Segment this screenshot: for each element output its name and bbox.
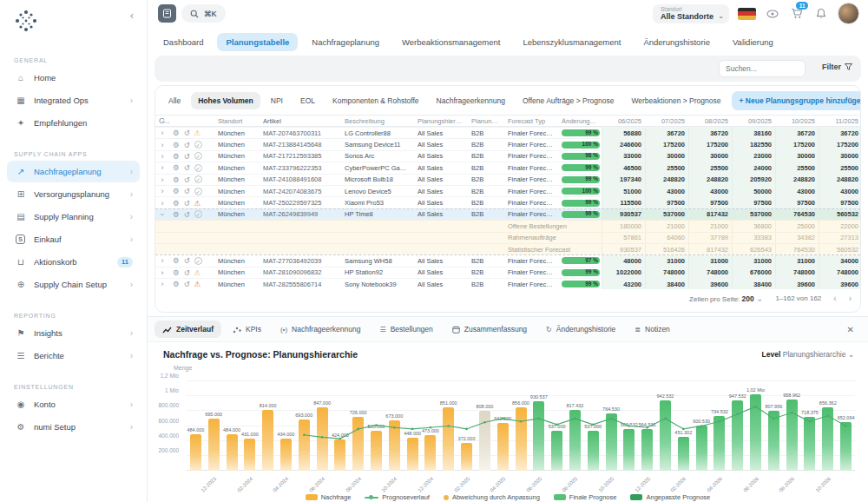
- gear-icon[interactable]: ⚙: [173, 187, 180, 195]
- chart-bar-08-2024[interactable]: [352, 417, 364, 471]
- sidebar-item-integrated-ops[interactable]: ▦Integrated Ops›: [7, 89, 140, 111]
- panel-close-button[interactable]: ✕: [840, 321, 861, 338]
- sidebar-item-einkauf[interactable]: SEinkauf›: [7, 228, 140, 250]
- tab--nderungshistorie[interactable]: Änderungshistorie: [635, 33, 719, 51]
- chip-eol[interactable]: EOL: [293, 92, 322, 109]
- sidebar-item-empfehlungen[interactable]: ✦Empfehlungen: [7, 112, 140, 134]
- chart-bar-03-2024[interactable]: [262, 410, 273, 471]
- chart-bar-05-2025[interactable]: [516, 407, 527, 471]
- table-row[interactable]: ›⚙↺⚠MünchenMAT-250229597325Xiaomi Pro53A…: [155, 196, 860, 208]
- level-dropdown[interactable]: Level Planungshierarchie ⌄: [762, 350, 854, 359]
- chart-bar-01-2026[interactable]: [660, 400, 671, 471]
- row-expand-toggle[interactable]: ›: [155, 268, 169, 277]
- add-planning-group-button[interactable]: + Neue Planungsgruppe hinzufügen: [732, 91, 862, 110]
- panel-tab-kpis[interactable]: KPIs: [225, 320, 269, 338]
- table-row[interactable]: ›⚙↺✓MünchenMAT-242074083675Lenovo Device…: [155, 185, 860, 196]
- chart-bar-09-2026[interactable]: [804, 417, 815, 471]
- column-header-month[interactable]: 11/2025: [819, 116, 861, 126]
- history-icon[interactable]: ↺: [184, 280, 190, 288]
- chart-bar-10-2025[interactable]: [606, 413, 617, 471]
- tab-planungstabelle[interactable]: Planungstabelle: [217, 33, 298, 51]
- table-row[interactable]: ›⚙↺⚠MünchenMAT-207463700311LG Controller…: [155, 127, 860, 138]
- chart-bar-07-2025[interactable]: [551, 431, 562, 471]
- chart-bar-08-2025[interactable]: [569, 410, 581, 471]
- history-icon[interactable]: ↺: [184, 268, 190, 277]
- page-next-button[interactable]: ›: [849, 294, 852, 303]
- column-header[interactable]: Planungshierarc...: [414, 117, 468, 125]
- table-row[interactable]: ›⚙↺✓MünchenMAT-217212593385Sonos ArcAll …: [155, 150, 860, 162]
- gear-icon[interactable]: ⚙: [173, 199, 180, 208]
- standort-dropdown[interactable]: Standort Alle Standorte ⌄: [653, 4, 729, 23]
- gear-icon[interactable]: ⚙: [173, 256, 180, 265]
- tab-lebenszyklusmanagement[interactable]: Lebenszyklusmanagement: [514, 33, 629, 51]
- row-expand-toggle[interactable]: ›: [155, 163, 169, 172]
- sidebar-item-supply-planning[interactable]: ▤Supply Planning›: [7, 206, 140, 228]
- table-row[interactable]: ›⚙↺✓MünchenMAT-241088491608Microsoft Bul…: [155, 174, 860, 185]
- tab-nachfrageplanung[interactable]: Nachfrageplanung: [303, 33, 388, 51]
- history-icon[interactable]: ↺: [184, 210, 190, 219]
- search-input[interactable]: [719, 60, 806, 77]
- panel-tab-zeitverlauf[interactable]: Zeitverlauf: [155, 320, 221, 338]
- chart-bar-02-2026[interactable]: [678, 437, 689, 471]
- column-header[interactable]: Änderung [...: [558, 117, 602, 125]
- history-icon[interactable]: ↺: [184, 256, 190, 265]
- sidebar-item-konto[interactable]: ◉Konto›: [7, 393, 140, 415]
- table-row[interactable]: ›⚙↺⚠MünchenMAT-282555806714Sony Notebook…: [155, 278, 860, 289]
- row-expand-toggle[interactable]: ›: [155, 256, 169, 265]
- column-header[interactable]: Standort: [214, 117, 260, 125]
- chart-bar-06-2025[interactable]: [533, 401, 544, 471]
- language-flag-german[interactable]: [738, 8, 756, 20]
- chart-bar-07-2024[interactable]: [334, 439, 345, 471]
- history-icon[interactable]: ↺: [184, 199, 190, 208]
- sidebar-item-numi-setup[interactable]: ⚙numi Setup›: [7, 416, 140, 438]
- chip-nachfrageerkennung[interactable]: Nachfrageerkennung: [430, 92, 512, 109]
- column-header[interactable]: Gr...: [155, 116, 169, 125]
- cart-button[interactable]: 11: [789, 6, 805, 22]
- table-row[interactable]: ›⚙↺✓MünchenMAT-213884145648Samsung Devic…: [155, 138, 860, 149]
- row-expand-toggle[interactable]: ›: [155, 187, 169, 195]
- column-header-month[interactable]: 06/2025: [602, 116, 645, 126]
- chart-bar-05-2026[interactable]: [732, 400, 743, 471]
- gear-icon[interactable]: ⚙: [173, 210, 180, 219]
- chip-alle[interactable]: Alle: [161, 92, 187, 109]
- watch-button[interactable]: [765, 6, 780, 22]
- row-expand-toggle[interactable]: ›: [155, 129, 169, 137]
- row-expand-toggle[interactable]: ›: [155, 280, 169, 288]
- gear-icon[interactable]: ⚙: [173, 129, 180, 137]
- row-expand-toggle[interactable]: ›: [155, 152, 169, 161]
- chart-bar-11-2024[interactable]: [407, 438, 418, 471]
- table-row[interactable]: ›⚙↺✓MünchenMAT-277036492039Samsung WH58A…: [155, 254, 860, 266]
- chart-bar-06-2026[interactable]: [750, 394, 761, 471]
- history-icon[interactable]: ↺: [184, 175, 190, 184]
- chart-bar-12-2023[interactable]: [208, 419, 220, 471]
- sidebar-collapse-button[interactable]: ‹: [124, 9, 140, 24]
- history-icon[interactable]: ↺: [184, 129, 190, 137]
- chart-bar-03-2026[interactable]: [696, 426, 707, 471]
- chart-bar-11-2025[interactable]: [623, 429, 635, 471]
- chart-bar-10-2024[interactable]: [389, 420, 400, 471]
- chart-bar-03-2025[interactable]: [479, 411, 490, 471]
- sidebar-item-nachfrageplanung[interactable]: ↗Nachfrageplanung›: [7, 161, 140, 182]
- gear-icon[interactable]: ⚙: [173, 280, 180, 288]
- sidebar-item-versorgungsplanung[interactable]: ⊞Versorgungsplanung›: [7, 183, 140, 205]
- chart-bar-09-2025[interactable]: [588, 431, 599, 471]
- chart-bar-12-2024[interactable]: [424, 435, 436, 471]
- column-header[interactable]: Forecast Typ: [504, 117, 558, 125]
- panel-tab-zusammenfassung[interactable]: Zusammenfassung: [444, 320, 535, 338]
- chart-bar-10-2026[interactable]: [822, 407, 833, 472]
- chevron-down-icon[interactable]: ⌄: [756, 294, 763, 303]
- chart-bar-04-2025[interactable]: [497, 423, 509, 471]
- panel-tab-notizen[interactable]: ≣Notizen: [627, 320, 678, 338]
- column-header-month[interactable]: 07/2025: [645, 116, 688, 126]
- panel-tab--nderungshistorie[interactable]: ↻Änderungshistorie: [538, 320, 623, 338]
- chip-hohes-volumen[interactable]: Hohes Volumen: [191, 92, 260, 109]
- global-search[interactable]: ⌘K: [181, 4, 226, 23]
- page-prev-button[interactable]: ‹: [833, 294, 836, 303]
- journal-button[interactable]: [158, 4, 176, 23]
- sidebar-item-home[interactable]: ⌂Home: [7, 67, 140, 89]
- column-header[interactable]: Artikel: [260, 117, 341, 125]
- notifications-button[interactable]: [813, 6, 829, 22]
- gear-icon[interactable]: ⚙: [173, 268, 180, 277]
- chart-bar-01-2025[interactable]: [443, 407, 454, 471]
- column-header[interactable]: Beschreibung: [341, 117, 414, 125]
